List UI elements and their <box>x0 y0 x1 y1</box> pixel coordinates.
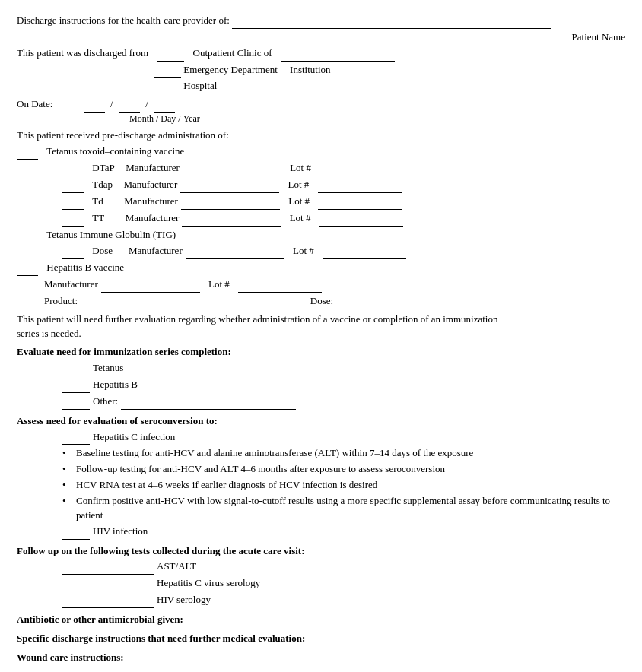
other-series-label: Other: <box>93 395 118 409</box>
td-manufacturer-blank[interactable] <box>181 195 280 210</box>
hospital-check-blank[interactable] <box>154 79 181 94</box>
emergency-text: Emergency Department <box>183 63 278 78</box>
patient-name-label: Patient Name <box>572 30 625 45</box>
antibiotic-heading: Antibiotic or other antimicrobial given: <box>17 613 625 627</box>
tt-manufacturer-blank[interactable] <box>182 211 281 227</box>
hepc-infection-label: Hepatitis C infection <box>93 430 175 445</box>
hepb-lot-label: Lot # <box>208 277 230 292</box>
dtap-label: DTaP <box>92 161 114 176</box>
on-date-label: On Date: <box>17 97 52 112</box>
wound-care-heading: Wound care instructions: <box>17 651 625 665</box>
emergency-check-blank[interactable] <box>154 63 181 78</box>
hepb-lot-blank[interactable] <box>238 277 322 293</box>
bullet-4-text: Confirm positive anti-HCV with low signa… <box>76 495 610 521</box>
from-blank[interactable] <box>157 46 184 62</box>
tt-manufacturer-label: Manufacturer <box>126 211 180 226</box>
td-lot-blank[interactable] <box>318 195 402 210</box>
discharge-instructions-text: Discharge instructions for the health-ca… <box>17 14 230 28</box>
bullet-2-text: Follow-up testing for anti-HCV and ALT 4… <box>76 463 445 474</box>
seroconversion-heading: Assess need for evaluation of seroconver… <box>17 414 625 429</box>
institution-label-text: Institution <box>290 63 330 78</box>
hepc-serology-check[interactable] <box>62 576 154 591</box>
hiv-serology-check[interactable] <box>62 593 154 608</box>
bullet-1: Baseline testing for anti-HCV and alanin… <box>62 446 625 461</box>
dtap-manufacturer-blank[interactable] <box>183 161 281 176</box>
hepc-serology-label: Hepatitis C virus serology <box>157 576 260 591</box>
immunization-series-heading: Evaluate need for immunization series co… <box>17 345 625 360</box>
product-blank[interactable] <box>86 294 299 309</box>
tig-dose-row: Dose Manufacturer Lot # <box>62 244 625 259</box>
hepc-check[interactable] <box>62 430 90 445</box>
tt-check[interactable] <box>62 211 84 227</box>
ast-alt-check[interactable] <box>62 559 154 575</box>
tt-lot-label: Lot # <box>290 211 311 226</box>
hepb-check[interactable] <box>17 261 38 276</box>
dtap-manufacturer-label: Manufacturer <box>126 161 180 176</box>
discharged-from-text: This patient was discharged from <box>17 46 148 61</box>
discharged-from-row: This patient was discharged from Outpati… <box>17 46 625 62</box>
tig-manufacturer-label: Manufacturer <box>129 244 183 258</box>
td-check[interactable] <box>62 195 84 210</box>
tig-check[interactable] <box>17 228 38 243</box>
discharge-instructions-row: Discharge instructions for the health-ca… <box>17 14 625 29</box>
follow-up-heading: Follow up on the following tests collect… <box>17 544 625 559</box>
tetanus-toxoid-row: Tetanus toxoid–containing vaccine <box>17 144 625 160</box>
predischarge-row: This patient received pre-discharge admi… <box>17 128 625 143</box>
hiv-check[interactable] <box>62 525 90 540</box>
hiv-infection-label: HIV infection <box>93 525 148 539</box>
td-label: Td <box>92 195 103 209</box>
on-date-row: On Date: / / <box>17 97 625 113</box>
tig-row: Tetanus Immune Globulin (TIG) <box>17 228 625 243</box>
tt-lot-blank[interactable] <box>319 211 403 227</box>
tig-dose-check[interactable] <box>62 244 84 259</box>
product-label: Product: <box>44 294 78 309</box>
hospital-text: Hospital <box>183 79 217 94</box>
td-manufacturer-label: Manufacturer <box>124 195 178 209</box>
dtap-row: DTaP Manufacturer Lot # <box>62 161 625 176</box>
tdap-manufacturer-blank[interactable] <box>180 178 279 193</box>
predischarge-text: This patient received pre-discharge admi… <box>17 129 229 141</box>
month-blank[interactable] <box>84 97 105 113</box>
tdap-label: Tdap <box>92 178 113 192</box>
dose-blank[interactable] <box>342 294 555 309</box>
tdap-manufacturer-label: Manufacturer <box>123 178 177 192</box>
institution-blank[interactable] <box>281 46 395 62</box>
other-series-blank[interactable] <box>121 395 296 410</box>
dtap-lot-blank[interactable] <box>319 161 403 176</box>
further-eval-para: This patient will need further evaluatio… <box>17 312 625 341</box>
other-series-check[interactable] <box>62 395 90 410</box>
tetanus-series-label: Tetanus <box>93 361 123 376</box>
provider-blank[interactable] <box>232 14 551 29</box>
immunization-other-row: Other: <box>62 395 625 410</box>
tig-manufacturer-blank[interactable] <box>186 244 284 259</box>
hiv-serology-label: HIV serology <box>157 593 211 607</box>
tdap-check[interactable] <box>62 178 84 193</box>
dose-label: Dose: <box>310 294 333 309</box>
tdap-lot-blank[interactable] <box>318 178 402 193</box>
tt-label: TT <box>92 211 104 226</box>
hepb-series-check[interactable] <box>62 378 90 393</box>
dtap-check[interactable] <box>62 161 84 176</box>
date-labels-row: Month / Day / Year <box>129 113 625 125</box>
hepb-manufacturer-label: Manufacturer <box>44 277 98 292</box>
day-blank[interactable] <box>119 97 140 113</box>
tdap-row: Tdap Manufacturer Lot # <box>62 178 625 193</box>
other-heading: Other: <box>17 669 625 672</box>
bullet-2: Follow-up testing for anti-HCV and ALT 4… <box>62 462 625 477</box>
bullet-3-text: HCV RNA test at 4–6 weeks if earlier dia… <box>76 479 377 490</box>
further-eval-line1: This patient will need further evaluatio… <box>17 313 497 325</box>
hepb-label: Hepatitis B vaccine <box>46 261 124 275</box>
tig-lot-label: Lot # <box>293 244 314 258</box>
outpatient-text: Outpatient Clinic of <box>193 46 272 61</box>
hepb-product-row: Product: Dose: <box>44 294 625 309</box>
tetanus-toxoid-label: Tetanus toxoid–containing vaccine <box>46 144 184 159</box>
year-blank[interactable] <box>154 97 175 113</box>
tetanus-series-check[interactable] <box>62 361 90 376</box>
seroconversion-bullets: Baseline testing for anti-HCV and alanin… <box>62 446 625 522</box>
hiv-infection-row: HIV infection <box>62 525 625 540</box>
hepb-manufacturer-blank[interactable] <box>101 277 200 293</box>
tetanus-check-blank[interactable] <box>17 144 38 160</box>
tig-lot-blank[interactable] <box>323 244 406 259</box>
tig-dose-label: Dose <box>92 244 113 258</box>
ast-alt-label: AST/ALT <box>157 559 196 574</box>
